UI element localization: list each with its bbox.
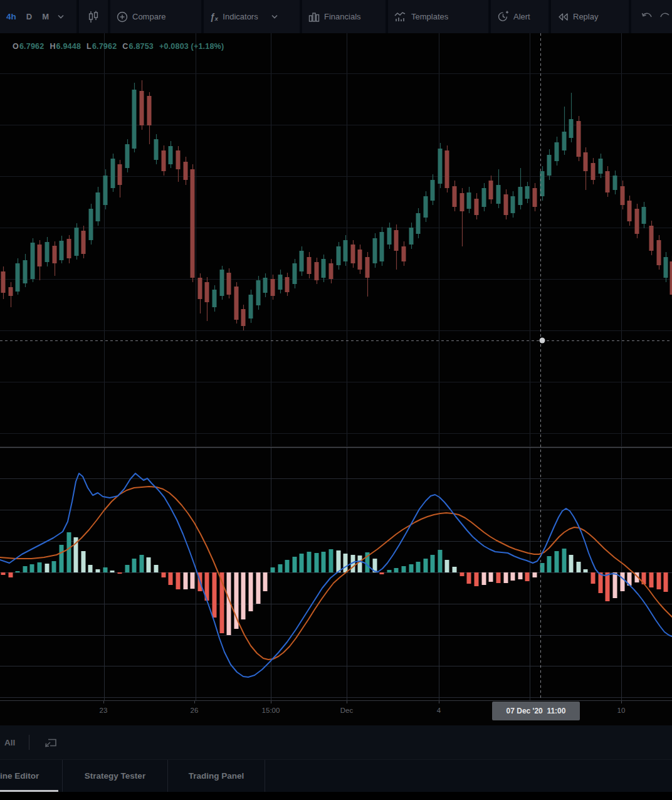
candle-body: [467, 192, 471, 209]
alert-clock-icon: [497, 11, 509, 23]
redo-icon[interactable]: [659, 12, 671, 21]
macd-histogram-bar: [416, 562, 421, 572]
macd-histogram-bar: [169, 572, 173, 585]
time-axis-label: 4: [437, 707, 441, 714]
macd-histogram-bar: [591, 572, 596, 584]
candle-body: [445, 150, 449, 188]
candle-body: [635, 209, 639, 234]
macd-histogram-bar: [577, 562, 581, 572]
macd-histogram-bar: [118, 572, 122, 574]
financials-button[interactable]: Financials: [302, 0, 386, 33]
time-axis-label: 26: [191, 707, 199, 714]
candle-body: [9, 287, 13, 296]
tab-strategy-tester-label: Strategy Tester: [85, 771, 145, 781]
time-axis-label: 15:00: [262, 707, 280, 714]
indicators-button[interactable]: ƒₓ Indicators: [204, 0, 300, 33]
candle-body: [416, 213, 421, 234]
macd-histogram-bar: [344, 554, 348, 572]
macd-histogram-bar: [555, 551, 559, 572]
templates-button[interactable]: Templates: [388, 0, 488, 33]
interval-option-day[interactable]: D: [26, 12, 32, 21]
macd-histogram-bar: [176, 572, 181, 589]
candle-body: [358, 250, 362, 270]
candle-body: [271, 279, 275, 296]
candle-body: [482, 188, 486, 207]
candle-body: [293, 263, 297, 284]
candle-body: [315, 262, 319, 280]
candle-body: [344, 240, 348, 261]
macd-histogram-bar: [649, 572, 654, 587]
macd-histogram-bar: [409, 564, 414, 572]
legend-low-value: 6.7962: [92, 42, 117, 51]
candle-body: [45, 242, 50, 262]
candle-body: [191, 169, 195, 278]
candle-body: [569, 119, 574, 138]
alert-button[interactable]: Alert: [491, 0, 549, 33]
candle-body: [307, 257, 312, 274]
interval-current[interactable]: 4h: [6, 12, 16, 21]
macd-main-line: [0, 473, 672, 677]
time-axis-tick: [103, 701, 104, 703]
macd-histogram-bar: [475, 572, 479, 586]
candle-body: [96, 192, 100, 221]
macd-histogram-bar: [460, 572, 465, 576]
undo-icon[interactable]: [641, 12, 653, 21]
chevron-down-icon[interactable]: [271, 14, 278, 19]
chart-style-button[interactable]: [79, 0, 108, 33]
macd-histogram-bar: [45, 564, 50, 572]
macd-histogram-bar: [424, 559, 428, 572]
macd-histogram-bar: [606, 572, 610, 601]
crosshair-dot: [540, 338, 545, 344]
macd-histogram-bar: [184, 572, 188, 589]
time-axis-tick: [347, 701, 347, 703]
price-and-macd-panes[interactable]: [0, 33, 672, 700]
indicators-label: Indicators: [223, 12, 258, 21]
macd-histogram-bar: [110, 571, 115, 572]
macd-histogram-bar: [511, 572, 515, 581]
all-filter-button[interactable]: All: [4, 738, 15, 747]
macd-histogram-bar: [489, 572, 493, 582]
chevron-down-icon[interactable]: [58, 14, 64, 19]
compare-button[interactable]: Compare: [110, 0, 201, 33]
macd-histogram-bar: [315, 553, 319, 572]
macd-histogram-bar: [394, 568, 399, 572]
candle-body: [300, 251, 304, 271]
candle-body: [627, 201, 632, 221]
macd-histogram-bar: [256, 572, 261, 604]
macd-histogram-bar: [88, 565, 93, 572]
macd-histogram-bar: [438, 550, 443, 572]
candle-body: [81, 231, 86, 254]
macd-histogram-bar: [38, 562, 42, 572]
candle-body: [60, 241, 64, 260]
time-axis-tick: [439, 701, 439, 703]
panel-window-icon[interactable]: [43, 735, 58, 749]
candle-body: [322, 259, 326, 278]
tab-pine-editor[interactable]: ine Editor: [0, 760, 63, 792]
macd-histogram-bar: [9, 572, 13, 577]
tab-trading-panel[interactable]: Trading Panel: [168, 760, 265, 792]
macd-histogram-bar: [16, 571, 20, 572]
macd-histogram-bar: [213, 572, 217, 618]
candle-body: [387, 228, 392, 245]
tradingview-chart-app: 4h D M: [0, 0, 672, 800]
candle-body: [664, 257, 668, 278]
replay-button[interactable]: Replay: [551, 0, 629, 33]
interval-option-month[interactable]: M: [42, 12, 49, 21]
macd-histogram-bar: [249, 572, 253, 611]
macd-histogram-bar: [278, 564, 283, 572]
macd-histogram-bar: [191, 572, 195, 589]
macd-histogram-bar: [285, 560, 290, 572]
tab-strategy-tester[interactable]: Strategy Tester: [63, 760, 168, 792]
macd-histogram-bar: [81, 551, 86, 572]
time-axis[interactable]: 07 Dec '20 11:00 232615:00Dec410: [0, 700, 672, 725]
candle-body: [365, 257, 370, 278]
macd-histogram-bar: [657, 572, 661, 589]
time-axis-tick: [271, 701, 271, 703]
candle-body: [162, 150, 166, 171]
candle-body: [227, 273, 231, 295]
macd-histogram-bar: [140, 555, 144, 572]
chart-canvas[interactable]: O6.7962 H6.9448 L6.7962 C6.8753 +0.0803 …: [0, 33, 672, 700]
tab-trading-panel-label: Trading Panel: [189, 771, 244, 781]
legend-close-key: C: [122, 42, 128, 51]
candle-body: [584, 152, 588, 171]
